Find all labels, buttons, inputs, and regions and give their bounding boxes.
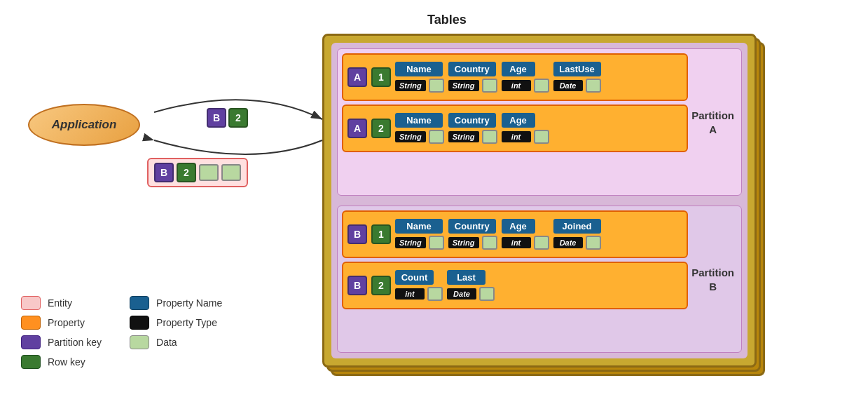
col-type-row: String xyxy=(448,79,497,93)
col-data-cell xyxy=(534,236,549,250)
column-name: Name String xyxy=(395,219,444,250)
return-partition-key: B xyxy=(154,163,174,182)
partition-key-badge: A xyxy=(347,119,367,138)
col-type-label: Date xyxy=(447,288,476,300)
column-joined: Joined Date xyxy=(553,219,601,250)
column-age: Age int xyxy=(502,219,549,250)
legend-entity: Entity xyxy=(21,296,102,310)
col-name-label: Name xyxy=(395,113,443,128)
col-name-label: LastUse xyxy=(553,62,601,76)
col-name-label: Age xyxy=(502,113,535,128)
page-title: Tables xyxy=(427,13,467,27)
table-row: B 1 Name String Country Strin xyxy=(342,210,688,258)
col-name-label: Country xyxy=(448,113,496,128)
col-type-label: int xyxy=(502,131,531,142)
column-age: Age int xyxy=(502,113,549,144)
partition-a: PartitionA A 1 Name String xyxy=(337,48,742,196)
entity-label: Entity xyxy=(48,297,72,309)
column-name: Name String xyxy=(395,113,444,144)
partition-key-badge: B xyxy=(347,276,367,295)
col-name-label: Name xyxy=(395,219,443,234)
col-name-label: Name xyxy=(395,62,443,76)
col-type-row: int xyxy=(502,79,549,93)
col-type-label: String xyxy=(448,131,479,142)
column-last: Last Date xyxy=(447,270,495,301)
col-type-label: String xyxy=(395,131,426,142)
col-data-cell xyxy=(482,130,497,144)
row-key-badge: 2 xyxy=(371,276,391,295)
column-name: Name String xyxy=(395,62,444,93)
tables-inner: PartitionA A 1 Name String xyxy=(331,43,748,358)
col-data-cell xyxy=(482,236,497,250)
column-country: Country String xyxy=(448,62,497,93)
col-type-row: Date xyxy=(553,79,601,93)
col-data-cell xyxy=(586,236,601,250)
legend-partition: Partition key xyxy=(21,335,102,349)
partition-separator xyxy=(337,196,742,201)
legend: Entity Property Name Property Property T… xyxy=(21,296,222,369)
tables-card: PartitionA A 1 Name String xyxy=(322,34,757,368)
legend-propname: Property Name xyxy=(130,296,222,310)
entity-swatch xyxy=(21,296,41,310)
column-count: Count int xyxy=(395,270,443,301)
col-name-label: Count xyxy=(395,270,434,285)
partition-swatch xyxy=(21,335,41,349)
property-label: Property xyxy=(48,317,85,328)
column-country: Country String xyxy=(448,219,497,250)
partition-b: PartitionB B 1 Name String xyxy=(337,206,742,353)
data-label: Data xyxy=(156,337,177,348)
col-type-label: String xyxy=(448,237,479,248)
col-data-cell xyxy=(534,130,549,144)
col-data-cell xyxy=(429,79,444,93)
col-data-cell xyxy=(429,236,444,250)
col-name-label: Joined xyxy=(553,219,601,234)
partition-b-label: PartitionB xyxy=(691,266,734,293)
column-age: Age int xyxy=(502,62,549,93)
row-key-badge: 2 xyxy=(371,119,391,138)
propname-label: Property Name xyxy=(156,297,222,309)
col-type-row: String xyxy=(395,130,444,144)
col-data-cell xyxy=(586,79,601,93)
col-data-cell xyxy=(482,79,497,93)
col-type-row: int xyxy=(395,287,443,301)
return-data-1 xyxy=(199,164,219,181)
column-lastuse: LastUse Date xyxy=(553,62,601,93)
legend-data: Data xyxy=(130,335,222,349)
col-name-label: Country xyxy=(448,219,496,234)
col-type-label: String xyxy=(395,80,426,91)
tables-stack: PartitionA A 1 Name String xyxy=(322,34,771,384)
col-type-label: int xyxy=(502,80,531,91)
col-type-label: Date xyxy=(553,237,583,248)
return-row: B 2 xyxy=(147,158,248,187)
row-key-badge: 1 xyxy=(371,67,391,87)
legend-rowkey: Row key xyxy=(21,355,102,369)
col-type-row: Date xyxy=(447,287,495,301)
partition-a-label: PartitionA xyxy=(691,109,734,136)
proptype-swatch xyxy=(130,316,149,330)
col-type-label: int xyxy=(395,288,425,300)
col-type-label: String xyxy=(448,80,479,91)
partition-label: Partition key xyxy=(48,337,102,348)
col-data-cell xyxy=(427,287,443,301)
col-data-cell xyxy=(534,79,549,93)
col-type-label: String xyxy=(395,237,426,248)
col-name-label: Age xyxy=(502,62,535,76)
table-row: A 1 Name String Country Strin xyxy=(342,53,688,101)
data-swatch xyxy=(130,335,149,349)
column-country: Country String xyxy=(448,113,497,144)
rowkey-label: Row key xyxy=(48,356,85,368)
legend-proptype: Property Type xyxy=(130,316,222,330)
col-type-row: String xyxy=(448,236,497,250)
col-type-row: int xyxy=(502,130,549,144)
return-data-2 xyxy=(221,164,241,181)
rowkey-swatch xyxy=(21,355,41,369)
partition-key-badge: A xyxy=(347,67,367,87)
col-name-label: Age xyxy=(502,219,535,234)
col-name-label: Country xyxy=(448,62,496,76)
col-data-cell xyxy=(429,130,444,144)
col-name-label: Last xyxy=(447,270,485,285)
col-type-row: String xyxy=(395,236,444,250)
return-row-key: 2 xyxy=(177,163,196,182)
col-type-label: Date xyxy=(553,80,583,91)
col-type-row: String xyxy=(395,79,444,93)
